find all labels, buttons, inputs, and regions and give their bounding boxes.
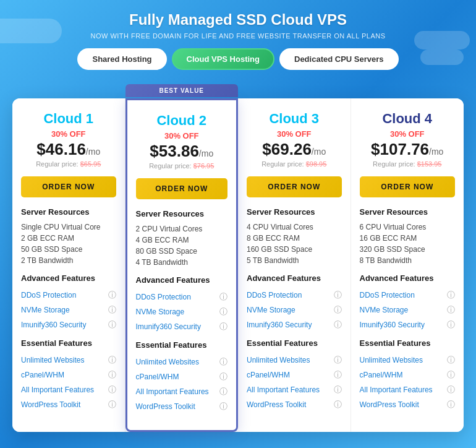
- help-icon[interactable]: ⓘ: [219, 291, 227, 303]
- help-icon[interactable]: ⓘ: [108, 369, 116, 381]
- help-icon[interactable]: ⓘ: [219, 306, 227, 317]
- list-item[interactable]: WordPress Toolkitⓘ: [360, 397, 456, 412]
- list-item: 2 GB ECC RAM: [21, 233, 116, 244]
- list-item: 2 CPU Virtual Cores: [136, 223, 228, 235]
- plan-cloud1-discount: 30% OFF: [21, 129, 116, 139]
- plan-cloud2-discount: 30% OFF: [136, 131, 228, 140]
- help-icon[interactable]: ⓘ: [447, 319, 455, 330]
- list-item: 50 GB SSD Space: [21, 244, 116, 255]
- help-icon[interactable]: ⓘ: [447, 384, 455, 395]
- tab-cloud-vps[interactable]: Cloud VPS Hosting: [172, 48, 274, 70]
- help-icon[interactable]: ⓘ: [108, 384, 116, 395]
- plan-cloud1-essential-features: Unlimited Websitesⓘ cPanel/WHMⓘ All Impo…: [21, 353, 116, 412]
- list-item[interactable]: Imunify360 Securityⓘ: [21, 317, 116, 332]
- plan-cloud3-regular-price: Regular price: $98.95: [247, 160, 342, 168]
- help-icon[interactable]: ⓘ: [447, 399, 455, 410]
- help-icon[interactable]: ⓘ: [334, 290, 342, 301]
- plan-cloud3-discount: 30% OFF: [247, 129, 342, 139]
- help-icon[interactable]: ⓘ: [108, 355, 116, 366]
- list-item: 5 TB Bandwidth: [247, 255, 342, 266]
- list-item: 160 GB SSD Space: [247, 244, 342, 255]
- help-icon[interactable]: ⓘ: [447, 355, 455, 366]
- list-item: 8 TB Bandwidth: [360, 255, 456, 266]
- list-item: 6 CPU Virtual Cores: [360, 222, 456, 233]
- help-icon[interactable]: ⓘ: [447, 304, 455, 316]
- help-icon[interactable]: ⓘ: [334, 384, 342, 395]
- help-icon[interactable]: ⓘ: [334, 319, 342, 330]
- list-item[interactable]: WordPress Toolkitⓘ: [136, 399, 228, 414]
- plan-cloud3-order-btn[interactable]: ORDER NOW: [247, 176, 342, 197]
- list-item[interactable]: WordPress Toolkitⓘ: [247, 397, 342, 412]
- plan-cloud4-regular-price: Regular price: $153.95: [360, 160, 456, 168]
- plan-cloud2-advanced-title: Advanced Features: [136, 275, 228, 285]
- list-item[interactable]: Imunify360 Securityⓘ: [136, 319, 228, 334]
- help-icon[interactable]: ⓘ: [447, 290, 455, 301]
- help-icon[interactable]: ⓘ: [108, 290, 116, 301]
- list-item[interactable]: NVMe Storageⓘ: [21, 303, 116, 317]
- list-item[interactable]: WordPress Toolkitⓘ: [21, 397, 116, 412]
- list-item[interactable]: DDoS Protectionⓘ: [21, 288, 116, 303]
- plan-cloud4-advanced-title: Advanced Features: [360, 274, 456, 283]
- plan-cloud2-name: Cloud 2: [136, 113, 228, 129]
- list-item[interactable]: cPanel/WHMⓘ: [136, 369, 228, 384]
- list-item: 4 CPU Virtual Cores: [247, 222, 342, 233]
- help-icon[interactable]: ⓘ: [334, 304, 342, 316]
- plan-cloud3-resources: 4 CPU Virtual Cores 8 GB ECC RAM 160 GB …: [247, 222, 342, 266]
- plan-cloud1-price: $46.16/mo: [21, 140, 116, 159]
- list-item[interactable]: All Important Featuresⓘ: [21, 382, 116, 397]
- page-title: Fully Managed SSD Cloud VPS: [12, 11, 464, 28]
- list-item: 4 GB ECC RAM: [136, 235, 228, 246]
- help-icon[interactable]: ⓘ: [219, 356, 227, 368]
- list-item[interactable]: NVMe Storageⓘ: [360, 303, 456, 317]
- plan-cloud2-order-btn[interactable]: ORDER NOW: [136, 178, 228, 199]
- list-item[interactable]: All Important Featuresⓘ: [247, 382, 342, 397]
- tab-dedicated-cpu[interactable]: Dedicated CPU Servers: [279, 48, 399, 70]
- plan-cloud2-essential-title: Essential Features: [136, 340, 228, 350]
- plan-cloud4-resources-title: Server Resources: [360, 207, 456, 217]
- list-item[interactable]: Imunify360 Securityⓘ: [360, 317, 456, 332]
- help-icon[interactable]: ⓘ: [219, 371, 227, 382]
- plan-cloud1-name: Cloud 1: [21, 111, 116, 127]
- help-icon[interactable]: ⓘ: [108, 319, 116, 330]
- help-icon[interactable]: ⓘ: [219, 401, 227, 412]
- list-item: 320 GB SSD Space: [360, 244, 456, 255]
- tab-shared-hosting[interactable]: Shared Hosting: [77, 48, 166, 70]
- tab-group: Shared Hosting Cloud VPS Hosting Dedicat…: [12, 48, 464, 70]
- plan-cloud2-price: $53.86/mo: [136, 142, 228, 161]
- list-item[interactable]: NVMe Storageⓘ: [136, 304, 228, 319]
- help-icon[interactable]: ⓘ: [108, 399, 116, 410]
- help-icon[interactable]: ⓘ: [219, 386, 227, 397]
- list-item[interactable]: DDoS Protectionⓘ: [136, 290, 228, 304]
- plan-cloud4: Cloud 4 30% OFF $107.76/mo Regular price…: [351, 98, 464, 432]
- plan-cloud4-order-btn[interactable]: ORDER NOW: [360, 176, 456, 197]
- list-item[interactable]: cPanel/WHMⓘ: [247, 368, 342, 382]
- plan-cloud2-essential-features: Unlimited Websitesⓘ cPanel/WHMⓘ All Impo…: [136, 355, 228, 414]
- help-icon[interactable]: ⓘ: [219, 321, 227, 332]
- help-icon[interactable]: ⓘ: [334, 355, 342, 366]
- list-item[interactable]: DDoS Protectionⓘ: [360, 288, 456, 303]
- help-icon[interactable]: ⓘ: [334, 369, 342, 381]
- list-item[interactable]: NVMe Storageⓘ: [247, 303, 342, 317]
- list-item[interactable]: Imunify360 Securityⓘ: [247, 317, 342, 332]
- list-item[interactable]: All Important Featuresⓘ: [136, 384, 228, 399]
- plan-cloud2: BEST VALUE Cloud 2 30% OFF $53.86/mo Reg…: [125, 98, 239, 432]
- help-icon[interactable]: ⓘ: [108, 304, 116, 316]
- list-item[interactable]: Unlimited Websitesⓘ: [360, 353, 456, 368]
- list-item[interactable]: Unlimited Websitesⓘ: [247, 353, 342, 368]
- list-item[interactable]: Unlimited Websitesⓘ: [21, 353, 116, 368]
- plan-cloud1-order-btn[interactable]: ORDER NOW: [21, 176, 116, 197]
- list-item[interactable]: Unlimited Websitesⓘ: [136, 355, 228, 369]
- list-item[interactable]: DDoS Protectionⓘ: [247, 288, 342, 303]
- help-icon[interactable]: ⓘ: [334, 399, 342, 410]
- list-item: 8 GB ECC RAM: [247, 233, 342, 244]
- plan-cloud1-essential-title: Essential Features: [21, 338, 116, 348]
- list-item: 2 TB Bandwidth: [21, 255, 116, 266]
- plan-cloud4-discount: 30% OFF: [360, 129, 456, 139]
- list-item[interactable]: All Important Featuresⓘ: [360, 382, 456, 397]
- plan-cloud4-price: $107.76/mo: [360, 140, 456, 159]
- list-item[interactable]: cPanel/WHMⓘ: [360, 368, 456, 382]
- help-icon[interactable]: ⓘ: [447, 369, 455, 381]
- list-item[interactable]: cPanel/WHMⓘ: [21, 368, 116, 382]
- list-item: Single CPU Virtual Core: [21, 222, 116, 233]
- plan-cloud1-advanced-features: DDoS Protectionⓘ NVMe Storageⓘ Imunify36…: [21, 288, 116, 332]
